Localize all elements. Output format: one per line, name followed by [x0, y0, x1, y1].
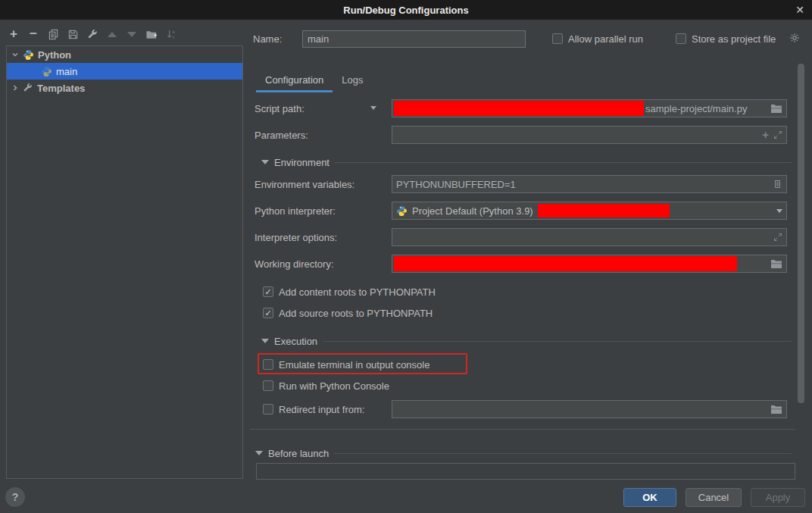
edit-templates-icon[interactable]: [86, 28, 98, 40]
svg-text:a: a: [172, 29, 175, 33]
add-macro-icon[interactable]: +: [762, 130, 769, 140]
help-button[interactable]: ?: [5, 487, 25, 507]
browse-folder-icon[interactable]: [770, 103, 782, 114]
environment-variables-field[interactable]: PYTHONUNBUFFERED=1: [392, 175, 787, 193]
tree-item-templates[interactable]: Templates: [7, 80, 242, 96]
redaction-block: [394, 101, 644, 116]
checkbox-label: Store as project file: [692, 33, 776, 45]
interpreter-options-label: Interpreter options:: [255, 232, 337, 243]
redirect-input-field[interactable]: [392, 400, 787, 418]
before-launch-list[interactable]: [256, 463, 795, 480]
name-label: Name:: [253, 33, 282, 45]
move-down-icon[interactable]: [126, 28, 138, 40]
collapse-icon[interactable]: [261, 339, 269, 343]
tree-item-main-selected[interactable]: main: [7, 63, 242, 80]
collapse-icon[interactable]: [261, 160, 269, 164]
close-icon[interactable]: ✕: [795, 3, 804, 17]
svg-text:z: z: [172, 35, 174, 39]
tree-item-label: main: [56, 66, 77, 77]
move-up-icon[interactable]: [106, 28, 118, 40]
content-separator: [250, 429, 795, 430]
checkbox-box[interactable]: [263, 404, 273, 414]
parameters-label: Parameters:: [255, 130, 308, 141]
checkbox-box[interactable]: [263, 286, 273, 297]
tab-label: Configuration: [265, 74, 323, 86]
checkbox-label: Redirect input from:: [279, 404, 364, 415]
working-directory-label: Working directory:: [255, 258, 334, 270]
section-environment[interactable]: Environment: [261, 156, 792, 168]
working-directory-field[interactable]: [392, 255, 787, 273]
checkbox-box[interactable]: [263, 308, 273, 318]
script-path-value: sample-project/main.py: [645, 103, 747, 114]
section-label: Before launch: [268, 448, 329, 459]
apply-button[interactable]: Apply: [751, 488, 805, 507]
section-label: Execution: [274, 336, 317, 347]
checkbox-label: Emulate terminal in output console: [279, 359, 429, 371]
checkbox-box[interactable]: [552, 33, 563, 44]
checkbox-label: Run with Python Console: [279, 380, 389, 392]
add-configuration-button[interactable]: +: [8, 28, 20, 40]
dialog-title: Run/Debug Configurations: [343, 5, 468, 16]
section-label: Environment: [274, 157, 329, 168]
checkbox-box[interactable]: [263, 359, 273, 370]
new-folder-icon[interactable]: [145, 28, 158, 40]
allow-parallel-run-checkbox[interactable]: Allow parallel run: [552, 33, 643, 45]
title-bar: Run/Debug Configurations ✕: [0, 0, 812, 20]
chevron-down-icon[interactable]: [370, 106, 376, 110]
browse-folder-icon[interactable]: [770, 258, 782, 269]
tree-item-python-group[interactable]: Python: [7, 46, 242, 63]
checkbox-box[interactable]: [676, 33, 686, 44]
tree-item-label: Python: [38, 49, 71, 61]
parameters-field[interactable]: +: [392, 126, 787, 144]
python-interpreter-label: Python interpreter:: [255, 205, 336, 217]
chevron-right-icon[interactable]: [11, 84, 19, 92]
emulate-terminal-checkbox[interactable]: Emulate terminal in output console: [263, 358, 429, 371]
redaction-block: [538, 204, 670, 217]
checkbox-box[interactable]: [263, 380, 273, 391]
copy-configuration-icon[interactable]: [47, 28, 59, 40]
section-divider: [334, 453, 792, 454]
sort-configurations-icon[interactable]: a z: [165, 28, 177, 40]
checkbox-label: Add content roots to PYTHONPATH: [279, 286, 436, 298]
run-debug-configurations-dialog: Run/Debug Configurations ✕ + −: [0, 0, 812, 513]
store-as-project-file-checkbox[interactable]: Store as project file: [676, 33, 776, 45]
section-before-launch[interactable]: Before launch: [255, 447, 792, 459]
tree-item-label: Templates: [37, 83, 85, 94]
checkbox-label: Add source roots to PYTHONPATH: [279, 308, 433, 319]
chevron-down-icon[interactable]: [11, 51, 19, 58]
add-source-roots-checkbox[interactable]: Add source roots to PYTHONPATH: [263, 307, 433, 319]
interpreter-value: Project Default (Python 3.9): [412, 205, 533, 217]
tab-configuration[interactable]: Configuration: [256, 70, 333, 92]
cancel-button[interactable]: Cancel: [686, 488, 742, 507]
add-content-roots-checkbox[interactable]: Add content roots to PYTHONPATH: [263, 286, 436, 298]
expand-field-icon[interactable]: [773, 130, 782, 139]
name-input[interactable]: [302, 30, 526, 48]
combobox-arrow-icon[interactable]: [776, 209, 782, 213]
python-interpreter-combobox[interactable]: Project Default (Python 3.9): [392, 202, 787, 220]
configurations-toolbar: + −: [8, 26, 177, 42]
browse-folder-icon[interactable]: [770, 404, 782, 414]
section-execution[interactable]: Execution: [261, 335, 792, 347]
run-with-python-console-checkbox[interactable]: Run with Python Console: [263, 380, 389, 392]
script-path-field[interactable]: sample-project/main.py: [392, 99, 787, 117]
edit-variables-icon[interactable]: [773, 179, 782, 189]
redirect-input-checkbox[interactable]: Redirect input from:: [263, 403, 364, 415]
section-divider: [323, 341, 792, 342]
script-path-label: Script path:: [255, 103, 304, 114]
remove-configuration-button[interactable]: −: [27, 28, 39, 40]
tab-label: Logs: [342, 74, 363, 86]
ok-button[interactable]: OK: [623, 488, 676, 507]
section-divider: [335, 162, 792, 163]
vertical-scrollbar[interactable]: [798, 64, 804, 403]
checkbox-label: Allow parallel run: [568, 33, 643, 45]
python-icon: [396, 205, 408, 217]
redaction-block: [394, 256, 737, 271]
gear-icon[interactable]: [789, 33, 800, 43]
save-configuration-icon[interactable]: [67, 28, 79, 40]
tab-logs[interactable]: Logs: [333, 70, 372, 92]
environment-variables-label: Environment variables:: [255, 179, 354, 190]
expand-field-icon[interactable]: [773, 233, 782, 242]
collapse-icon[interactable]: [255, 451, 263, 455]
configurations-tree: Python main Templates: [6, 45, 243, 479]
interpreter-options-field[interactable]: [392, 228, 787, 246]
